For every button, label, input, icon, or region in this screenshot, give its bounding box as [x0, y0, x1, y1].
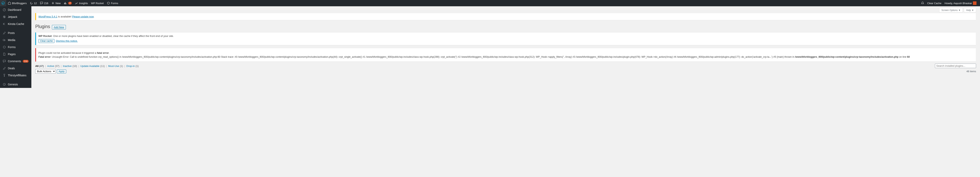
comments-link[interactable]: 216	[38, 0, 50, 6]
menu-label: ThirstyAffiliates	[8, 74, 27, 77]
menu-kinsta[interactable]: Kinsta Cache	[0, 21, 31, 27]
menu-thirsty[interactable]: ThirstyAffiliates	[0, 72, 31, 79]
filter-update[interactable]: Update Available	[80, 65, 99, 67]
wp-version-link[interactable]: WordPress 5.4.1	[38, 15, 57, 18]
clear-cache-bar-label: Clear Cache	[927, 2, 942, 5]
screen-options-button[interactable]: Screen Options ▼	[939, 8, 963, 12]
forms-icon	[2, 45, 6, 49]
menu-label: Jetpack	[8, 15, 17, 18]
forms-bar-label: Forms	[111, 2, 118, 5]
menu-label: Genesis	[8, 83, 18, 86]
site-name-label: BforBloggers	[12, 2, 27, 5]
fatal-label: Fatal error	[38, 56, 51, 58]
menu-comments[interactable]: Comments216	[0, 58, 31, 65]
menu-pages[interactable]: Pages	[0, 51, 31, 58]
filter-inactive[interactable]: Inactive	[63, 65, 72, 67]
menu-label: Dashboard	[8, 8, 21, 11]
new-label: New	[56, 2, 60, 5]
menu-posts[interactable]: Posts	[0, 29, 31, 37]
help-button[interactable]: Help ▼	[964, 8, 976, 12]
menu-label: Pages	[8, 53, 16, 56]
insights-label: Insights	[79, 2, 88, 5]
pin-icon	[2, 66, 6, 70]
clear-cache-bar[interactable]: Clear Cache	[926, 0, 943, 6]
menu-jetpack[interactable]: Jetpack	[0, 13, 31, 21]
fatal-error-notice: Plugin could not be activated because it…	[35, 48, 976, 62]
fatal-body: : Uncaught Error: Call to undefined func…	[51, 56, 795, 58]
svg-point-3	[3, 16, 6, 18]
forms-bar-link[interactable]: Forms	[105, 0, 120, 6]
stats-badge: 2	[68, 2, 72, 5]
menu-label: Media	[8, 38, 15, 41]
genesis-icon	[2, 83, 6, 86]
filter-dropin[interactable]: Drop-in	[126, 65, 135, 67]
svg-point-1	[107, 2, 109, 4]
filter-all[interactable]: All (47)	[35, 65, 44, 67]
page-title: Plugins	[35, 23, 50, 30]
menu-label: Forms	[8, 46, 16, 49]
bar-comments-count: 216	[44, 2, 48, 5]
new-link[interactable]: New	[50, 0, 62, 6]
menu-genesis[interactable]: Genesis	[0, 81, 31, 88]
err-bold: fatal error	[97, 51, 109, 54]
menu-label: Kinsta Cache	[8, 22, 24, 26]
online: on line	[899, 56, 907, 58]
items-count: 48 items	[966, 70, 976, 73]
svg-point-4	[3, 46, 5, 48]
menu-dashboard[interactable]: Dashboard	[0, 6, 31, 13]
update-notice: WordPress 5.4.1 is available! Please upd…	[35, 13, 976, 20]
kinsta-icon	[2, 22, 6, 26]
howdy-label: Howdy, Aayush Bhaskar	[945, 2, 972, 5]
comments-count: 216	[23, 60, 29, 62]
fatal-path: /www/bforbloggers_800/public/wp-content/…	[795, 56, 899, 58]
filter-active[interactable]: Active	[47, 65, 54, 67]
avatar	[973, 2, 977, 5]
page-icon	[2, 52, 6, 56]
menu-label: Posts	[8, 31, 15, 35]
update-mid: is available!	[57, 15, 72, 18]
updates-link[interactable]: 12	[28, 0, 38, 6]
jetpack-icon	[2, 15, 6, 19]
pin-icon	[2, 31, 6, 35]
link-icon	[2, 73, 6, 77]
media-icon	[2, 38, 6, 42]
insights-link[interactable]: Insights	[73, 0, 89, 6]
wprocket-notice: WP Rocket: One or more plugins have been…	[35, 32, 976, 45]
filter-mustuse[interactable]: Must-Use	[108, 65, 119, 67]
wprocket-text: : One or more plugins have been enabled …	[52, 35, 174, 37]
updates-count: 12	[34, 2, 37, 5]
update-now-link[interactable]: Please update now	[72, 15, 94, 18]
add-new-button[interactable]: Add New	[52, 25, 66, 29]
bulk-actions-select[interactable]: Bulk Actions	[35, 69, 56, 73]
account-link[interactable]: Howdy, Aayush Bhaskar	[943, 0, 978, 6]
plugin-filters: All (47) | Active (37) | Inactive (10) |…	[35, 65, 976, 67]
menu-label: Deals	[8, 67, 15, 70]
notifications-icon[interactable]	[920, 0, 926, 6]
apply-button[interactable]: Apply	[57, 69, 66, 73]
dismiss-notice-link[interactable]: Dismiss this notice.	[56, 40, 78, 42]
stats-link[interactable]: 2	[62, 0, 73, 6]
wprocket-bold: WP Rocket	[38, 35, 52, 37]
dashboard-icon	[2, 8, 6, 12]
menu-forms[interactable]: Forms	[0, 43, 31, 51]
site-name[interactable]: BforBloggers	[6, 0, 28, 6]
err-pre: Plugin could not be activated because it…	[38, 51, 97, 54]
linenum: 60	[907, 56, 910, 58]
comment-icon	[2, 59, 6, 63]
menu-label: Comments	[8, 60, 21, 63]
wp-logo[interactable]	[0, 0, 6, 6]
menu-media[interactable]: Media	[0, 37, 31, 43]
search-plugins-input[interactable]	[935, 64, 976, 68]
wprocket-label: WP Rocket	[91, 2, 104, 5]
clear-cache-button[interactable]: Clear cache	[38, 39, 54, 43]
wprocket-link[interactable]: WP Rocket	[89, 0, 105, 6]
menu-deals[interactable]: Deals	[0, 65, 31, 72]
